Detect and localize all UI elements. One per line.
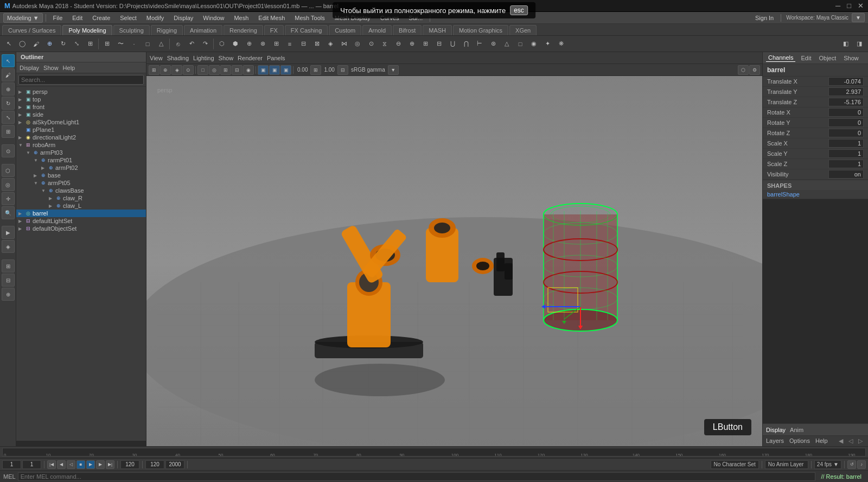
vp-btn-settings[interactable]: ⚙ bbox=[749, 65, 760, 75]
toolbar-mirror-icon[interactable]: ⊢ bbox=[473, 37, 486, 50]
outliner-item-armpt05[interactable]: ▼ ⊕ armPt05 bbox=[16, 179, 146, 187]
menu-edit-mesh[interactable]: Edit Mesh bbox=[254, 14, 289, 22]
show-tab[interactable]: Show bbox=[841, 54, 861, 62]
tab-motion-graphics[interactable]: Motion Graphics bbox=[453, 25, 508, 35]
toolbar-select-icon[interactable]: ↖ bbox=[2, 37, 15, 50]
tool-pan-button[interactable]: ✛ bbox=[2, 192, 15, 205]
vp-btn-active3[interactable]: ▣ bbox=[280, 65, 291, 75]
display-tab[interactable]: Display bbox=[766, 427, 786, 433]
no-anim-layer-label[interactable]: No Anim Layer bbox=[765, 460, 808, 469]
window-controls[interactable]: ─ □ ✕ bbox=[835, 2, 864, 10]
fps-dropdown[interactable]: 24 fps ▼ bbox=[814, 460, 841, 469]
viewport-menu-renderer[interactable]: Renderer bbox=[238, 55, 263, 61]
toolbar-append-icon[interactable]: ⊕ bbox=[242, 37, 256, 50]
toolbar-poly-extrude-icon[interactable]: ⬡ bbox=[215, 37, 228, 50]
toolbar-lasso-icon[interactable]: ◯ bbox=[16, 37, 29, 50]
toolbar-bool-union-icon[interactable]: ⋃ bbox=[446, 37, 459, 50]
toolbar-merge-icon[interactable]: ⊕ bbox=[405, 37, 418, 50]
tool-render-button[interactable]: ▶ bbox=[2, 226, 15, 239]
vp-btn-snap[interactable]: ⊕ bbox=[160, 65, 171, 75]
no-character-set-label[interactable]: No Character Set bbox=[711, 460, 759, 469]
outliner-item-claw-l[interactable]: ▶ ⊕ claw_L bbox=[16, 202, 146, 210]
options-item[interactable]: Options bbox=[789, 437, 810, 445]
range-end-field[interactable] bbox=[145, 460, 164, 469]
toolbar-soft-select-icon[interactable]: ❋ bbox=[554, 37, 567, 50]
outliner-item-roboarm[interactable]: ▼ ⊞ roboArm bbox=[16, 141, 146, 149]
outliner-item-objectset[interactable]: ▶ ⊟ defaultObjectSet bbox=[16, 225, 146, 232]
outliner-item-side[interactable]: ▶ ▣ side bbox=[16, 111, 146, 118]
vp-btn-maximize[interactable]: ⬡ bbox=[738, 65, 749, 75]
tab-custom[interactable]: Custom bbox=[329, 25, 361, 35]
toolbar-offset-loop-icon[interactable]: ⊟ bbox=[297, 37, 310, 50]
channel-value[interactable]: 1 bbox=[828, 149, 864, 158]
viewport-canvas[interactable]: persp LButton bbox=[146, 76, 762, 446]
tool-uv-editor-button[interactable]: ⊟ bbox=[2, 274, 15, 287]
tool-scale-button[interactable]: ⤡ bbox=[2, 111, 15, 124]
shape-name[interactable]: barrelShape bbox=[763, 190, 868, 199]
outliner-item-persp[interactable]: ▶ ▣ persp bbox=[16, 88, 146, 96]
outliner-tree[interactable]: ▶ ▣ persp ▶ ▣ top ▶ ▣ front ▶ ▣ side bbox=[16, 87, 146, 441]
toolbar-snap-curve-icon[interactable]: 〜 bbox=[114, 37, 127, 50]
tool-camera-button[interactable]: ⬡ bbox=[2, 164, 15, 177]
vp-btn-shade-wire[interactable]: ⊞ bbox=[220, 65, 231, 75]
sound-button[interactable]: ♪ bbox=[857, 460, 866, 469]
toolbar-sculpt-icon[interactable]: ✦ bbox=[541, 37, 554, 50]
tool-zoom-button[interactable]: 🔍 bbox=[2, 206, 15, 219]
menu-display[interactable]: Display bbox=[169, 14, 197, 22]
menu-select[interactable]: Select bbox=[116, 14, 141, 22]
vp-btn-light[interactable]: ◉ bbox=[243, 65, 254, 75]
playback-step-back-button[interactable]: ◀ bbox=[57, 460, 66, 469]
outliner-scrollbar[interactable] bbox=[16, 441, 146, 446]
toolbar-poly-bridge-icon[interactable]: ⬢ bbox=[229, 37, 242, 50]
minimize-button[interactable]: ─ bbox=[835, 2, 840, 10]
frame-current-field[interactable] bbox=[22, 460, 41, 469]
menu-modify[interactable]: Modify bbox=[142, 14, 168, 22]
channel-value[interactable]: 1 bbox=[828, 139, 864, 148]
outliner-item-lightset[interactable]: ▶ ⊟ defaultLightSet bbox=[16, 217, 146, 225]
tool-rotate-button[interactable]: ↻ bbox=[2, 97, 15, 110]
toolbar-snap-point-icon[interactable]: · bbox=[127, 37, 141, 50]
channel-value[interactable]: 2.937 bbox=[828, 87, 864, 96]
vp-btn-smooth-shade[interactable]: ◎ bbox=[209, 65, 220, 75]
playback-skip-start-button[interactable]: |◀ bbox=[47, 460, 56, 469]
layers-item[interactable]: Layers bbox=[766, 437, 784, 445]
playback-play-back-button[interactable]: ◁ bbox=[67, 460, 75, 469]
vp-btn-active2[interactable]: ▣ bbox=[269, 65, 280, 75]
toolbar-quadrangulate-icon[interactable]: □ bbox=[514, 37, 527, 50]
edit-tab[interactable]: Edit bbox=[799, 54, 813, 62]
help-item[interactable]: Help bbox=[815, 437, 828, 445]
outliner-item-base[interactable]: ▶ ⊕ base bbox=[16, 172, 146, 179]
outliner-item-pplane1[interactable]: ▣ pPlane1 bbox=[16, 126, 146, 134]
outliner-item-armpt03[interactable]: ▼ ⊕ armPt03 bbox=[16, 149, 146, 156]
viewport-menu-lighting[interactable]: Lighting bbox=[193, 55, 214, 61]
viewport-menu-view[interactable]: View bbox=[150, 55, 163, 61]
tab-animation[interactable]: Animation bbox=[184, 25, 222, 35]
channel-value[interactable]: 1 bbox=[828, 160, 864, 168]
toolbar-combine-icon[interactable]: ⊟ bbox=[432, 37, 445, 50]
toolbar-move-icon[interactable]: ⊕ bbox=[43, 37, 56, 50]
viewport-menu-shading[interactable]: Shading bbox=[167, 55, 189, 61]
outliner-item-top[interactable]: ▶ ▣ top bbox=[16, 96, 146, 103]
toolbar-right-1-icon[interactable]: ◧ bbox=[839, 37, 852, 50]
tab-rigging[interactable]: Rigging bbox=[151, 25, 183, 35]
toolbar-snap-view-icon[interactable]: □ bbox=[141, 37, 154, 50]
menu-file[interactable]: File bbox=[49, 14, 67, 22]
object-tab[interactable]: Object bbox=[816, 54, 838, 62]
toolbar-fill-hole-icon[interactable]: ◉ bbox=[527, 37, 540, 50]
playback-play-forward-button[interactable]: ▶ bbox=[86, 460, 95, 469]
outliner-item-aiskylight[interactable]: ▶ ◎ aiSkyDomeLight1 bbox=[16, 118, 146, 126]
modeling-dropdown[interactable]: Modeling ▼ bbox=[3, 13, 43, 23]
vp-btn-active[interactable]: ▣ bbox=[258, 65, 269, 75]
tab-rendering[interactable]: Rendering bbox=[224, 25, 263, 35]
outliner-item-claw-r[interactable]: ▶ ⊕ claw_R bbox=[16, 194, 146, 202]
toolbar-crease-icon[interactable]: ⋈ bbox=[337, 37, 350, 50]
vp-btn-camera[interactable]: ⊞ bbox=[149, 65, 159, 75]
frame-end-field[interactable] bbox=[120, 460, 139, 469]
anim-tab[interactable]: Anim bbox=[790, 427, 803, 433]
frame-start-field[interactable] bbox=[2, 460, 21, 469]
workspace-dropdown[interactable]: ▼ bbox=[852, 13, 865, 22]
timeline-ruler[interactable]: 0 10 20 30 40 50 60 70 80 90 100 110 120… bbox=[2, 448, 866, 456]
tool-blend-shape-button[interactable]: ⊕ bbox=[2, 288, 15, 301]
tool-move-button[interactable]: ⊕ bbox=[2, 83, 15, 96]
tool-node-editor-button[interactable]: ⊞ bbox=[2, 259, 15, 272]
